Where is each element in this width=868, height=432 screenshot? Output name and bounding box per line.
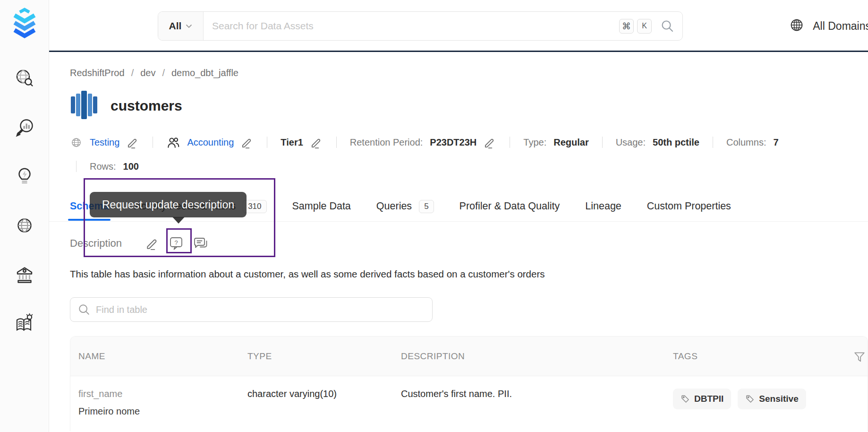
explore-globe-search-icon[interactable] xyxy=(14,67,35,89)
queries-count-badge: 5 xyxy=(419,200,434,213)
retention-label: Retention Period: xyxy=(350,137,423,148)
domain-selector-value: All Domains xyxy=(813,20,868,33)
domain-globe-icon xyxy=(70,136,83,149)
glossary-book-icon[interactable] xyxy=(14,313,35,335)
rows-label: Rows: xyxy=(90,161,116,172)
tag-chip[interactable]: DBTPII xyxy=(673,389,731,409)
domain-selector[interactable]: All Domains xyxy=(788,13,868,39)
tab-queries[interactable]: Queries 5 xyxy=(376,191,434,221)
type-label: Type: xyxy=(523,137,546,148)
search-scope-value: All xyxy=(169,20,182,32)
column-display-name: Primeiro nome xyxy=(78,406,247,417)
breadcrumb: RedshiftProd / dev / demo_dbt_jaffle xyxy=(70,68,238,78)
domain-link[interactable]: Testing xyxy=(90,137,119,148)
app-logo-icon[interactable] xyxy=(9,6,40,40)
search-icon[interactable] xyxy=(661,19,674,33)
search-scope-dropdown[interactable]: All xyxy=(158,12,204,40)
breadcrumb-separator: / xyxy=(162,68,165,78)
sidebar-nav xyxy=(0,67,49,335)
tier-value: Tier1 xyxy=(281,137,303,148)
column-name[interactable]: first_name xyxy=(78,389,122,399)
edit-domain-pencil-icon[interactable] xyxy=(127,136,139,149)
tooltip: Request update description xyxy=(90,192,247,217)
tag-chip[interactable]: Sensitive xyxy=(738,389,806,409)
search-icon xyxy=(78,303,90,316)
column-type: character varying(10) xyxy=(247,389,401,417)
columns-label: Columns: xyxy=(726,137,766,148)
svg-text:?: ? xyxy=(174,239,178,246)
entity-meta-row: Testing Accounting Tier1 xyxy=(70,135,779,150)
edit-tier-pencil-icon[interactable] xyxy=(310,136,323,149)
globe-icon xyxy=(788,17,805,35)
columns-value: 7 xyxy=(773,137,778,148)
col-header-description: DESCRIPTION xyxy=(401,351,673,362)
domains-globe-icon[interactable] xyxy=(14,215,35,236)
breadcrumb-database[interactable]: dev xyxy=(140,68,155,78)
edit-description-pencil-icon[interactable] xyxy=(145,236,160,251)
owner-link[interactable]: Accounting xyxy=(187,137,234,148)
tooltip-caret-icon xyxy=(172,217,185,224)
tag-icon xyxy=(745,394,755,404)
breadcrumb-separator: / xyxy=(131,68,134,78)
team-icon xyxy=(166,136,180,149)
tags-filter-icon[interactable] xyxy=(853,351,866,365)
rows-value: 100 xyxy=(123,161,139,172)
col-header-tags: TAGS xyxy=(673,351,868,362)
sidebar xyxy=(0,0,49,432)
col-header-type: TYPE xyxy=(247,351,401,362)
govern-bank-icon[interactable] xyxy=(14,264,35,285)
column-name-cell: first_name Primeiro nome xyxy=(70,389,247,417)
edit-owner-pencil-icon[interactable] xyxy=(241,136,254,149)
type-value: Regular xyxy=(553,137,588,148)
table-header-row: NAME TYPE DESCRIPTION TAGS xyxy=(70,337,868,376)
tooltip-text: Request update description xyxy=(102,199,234,211)
entity-rows-row: Rows: 100 xyxy=(70,159,139,173)
chevron-down-icon xyxy=(186,22,192,30)
tag-icon xyxy=(681,394,690,404)
usage-label: Usage: xyxy=(616,137,646,148)
comments-icon[interactable] xyxy=(193,235,209,251)
breadcrumb-schema[interactable]: demo_dbt_jaffle xyxy=(171,68,238,78)
entity-page: RedshiftProd / dev / demo_dbt_jaffle cus… xyxy=(49,53,868,432)
find-in-table-input[interactable] xyxy=(96,304,432,315)
find-in-table xyxy=(70,297,433,322)
cmd-key-badge: ⌘ xyxy=(619,19,634,34)
usage-value: 50th pctile xyxy=(653,137,699,148)
tab-profiler[interactable]: Profiler & Data Quality xyxy=(460,191,560,221)
tab-lineage[interactable]: Lineage xyxy=(585,191,621,221)
observability-search-chart-icon[interactable] xyxy=(14,116,35,138)
breadcrumb-service[interactable]: RedshiftProd xyxy=(70,68,125,78)
description-label: Description xyxy=(70,237,122,250)
k-key-badge: K xyxy=(637,19,652,34)
column-tags-cell: DBTPII Sensitive xyxy=(673,389,868,417)
topbar: All ⌘ K All Domains xyxy=(49,0,868,52)
global-search-input[interactable] xyxy=(204,20,619,32)
description-header: Description ? xyxy=(70,230,209,257)
retention-value: P23DT23H xyxy=(430,137,477,148)
col-header-name: NAME xyxy=(70,351,247,362)
request-description-icon[interactable]: ? xyxy=(168,235,184,251)
page-title: customers xyxy=(111,98,182,114)
table-row: first_name Primeiro nome character varyi… xyxy=(70,376,868,431)
schema-table: NAME TYPE DESCRIPTION TAGS first_name Pr… xyxy=(70,336,868,431)
entity-title-row: customers xyxy=(70,90,182,121)
redshift-table-icon xyxy=(70,90,98,122)
column-description: Customer's first name. PII. xyxy=(401,389,673,417)
tab-custom-properties[interactable]: Custom Properties xyxy=(647,191,731,221)
global-search-bar: All ⌘ K xyxy=(158,11,683,41)
edit-retention-pencil-icon[interactable] xyxy=(484,136,496,149)
insights-lightbulb-icon[interactable] xyxy=(14,165,35,187)
description-text: This table has basic information about a… xyxy=(70,267,835,281)
tab-sample-data[interactable]: Sample Data xyxy=(292,191,351,221)
